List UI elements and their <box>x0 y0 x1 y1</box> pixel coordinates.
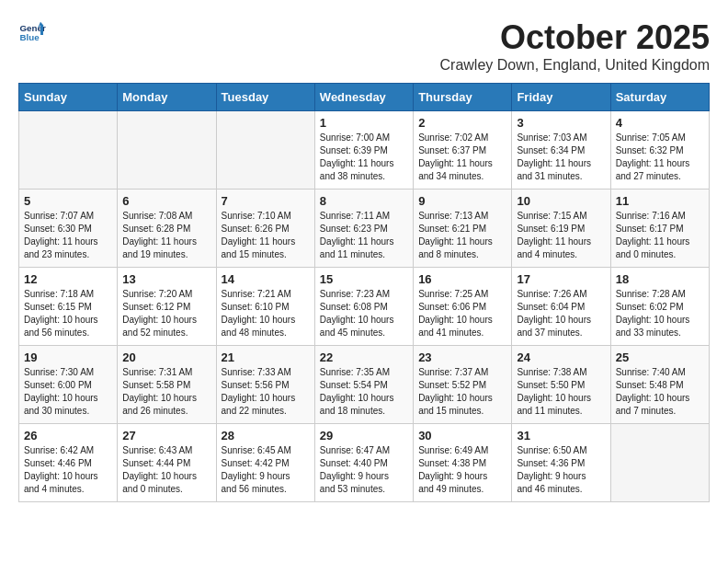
day-info: Sunrise: 7:21 AM Sunset: 6:10 PM Dayligh… <box>222 288 310 339</box>
calendar-week-row: 12Sunrise: 7:18 AM Sunset: 6:15 PM Dayli… <box>19 268 710 346</box>
day-number: 4 <box>616 116 704 130</box>
day-of-week-header: Tuesday <box>216 84 314 111</box>
calendar-cell: 1Sunrise: 7:00 AM Sunset: 6:39 PM Daylig… <box>314 111 413 190</box>
page-header: General Blue October 2025 Crawley Down, … <box>18 18 710 74</box>
day-of-week-header: Thursday <box>414 84 512 111</box>
day-of-week-header: Sunday <box>19 84 118 111</box>
day-number: 10 <box>517 194 605 208</box>
calendar-cell <box>216 111 314 190</box>
calendar-week-row: 1Sunrise: 7:00 AM Sunset: 6:39 PM Daylig… <box>19 111 710 190</box>
day-info: Sunrise: 7:23 AM Sunset: 6:08 PM Dayligh… <box>320 288 408 339</box>
calendar-cell <box>610 424 709 502</box>
calendar-cell: 29Sunrise: 6:47 AM Sunset: 4:40 PM Dayli… <box>314 424 413 502</box>
day-number: 5 <box>24 194 112 208</box>
calendar-cell <box>118 111 216 190</box>
calendar-cell: 11Sunrise: 7:16 AM Sunset: 6:17 PM Dayli… <box>610 190 709 268</box>
calendar-cell: 10Sunrise: 7:15 AM Sunset: 6:19 PM Dayli… <box>512 190 610 268</box>
day-info: Sunrise: 7:25 AM Sunset: 6:06 PM Dayligh… <box>418 288 506 339</box>
day-info: Sunrise: 7:37 AM Sunset: 5:52 PM Dayligh… <box>418 366 506 418</box>
day-number: 21 <box>222 350 310 364</box>
month-title: October 2025 <box>440 18 710 57</box>
calendar-cell: 26Sunrise: 6:42 AM Sunset: 4:46 PM Dayli… <box>19 424 118 502</box>
day-info: Sunrise: 7:10 AM Sunset: 6:26 PM Dayligh… <box>222 210 310 261</box>
day-info: Sunrise: 7:38 AM Sunset: 5:50 PM Dayligh… <box>517 366 605 418</box>
day-number: 22 <box>320 350 408 364</box>
day-number: 8 <box>320 194 408 208</box>
day-info: Sunrise: 7:26 AM Sunset: 6:04 PM Dayligh… <box>517 288 605 339</box>
day-info: Sunrise: 7:15 AM Sunset: 6:19 PM Dayligh… <box>517 210 605 261</box>
location-title: Crawley Down, England, United Kingdom <box>440 57 710 74</box>
day-info: Sunrise: 7:16 AM Sunset: 6:17 PM Dayligh… <box>616 210 704 261</box>
day-number: 14 <box>222 272 310 286</box>
day-of-week-header: Wednesday <box>314 84 413 111</box>
day-info: Sunrise: 7:28 AM Sunset: 6:02 PM Dayligh… <box>616 288 704 339</box>
calendar-cell: 22Sunrise: 7:35 AM Sunset: 5:54 PM Dayli… <box>314 346 413 424</box>
day-number: 1 <box>320 116 408 130</box>
day-info: Sunrise: 7:35 AM Sunset: 5:54 PM Dayligh… <box>320 366 408 418</box>
calendar: SundayMondayTuesdayWednesdayThursdayFrid… <box>18 83 710 502</box>
day-info: Sunrise: 7:02 AM Sunset: 6:37 PM Dayligh… <box>418 132 506 183</box>
day-info: Sunrise: 7:03 AM Sunset: 6:34 PM Dayligh… <box>517 132 605 183</box>
day-info: Sunrise: 6:47 AM Sunset: 4:40 PM Dayligh… <box>320 444 408 496</box>
day-number: 20 <box>122 350 210 364</box>
calendar-cell: 30Sunrise: 6:49 AM Sunset: 4:38 PM Dayli… <box>414 424 512 502</box>
calendar-cell: 21Sunrise: 7:33 AM Sunset: 5:56 PM Dayli… <box>216 346 314 424</box>
day-number: 30 <box>418 429 506 442</box>
day-info: Sunrise: 7:07 AM Sunset: 6:30 PM Dayligh… <box>24 210 112 261</box>
calendar-cell: 23Sunrise: 7:37 AM Sunset: 5:52 PM Dayli… <box>414 346 512 424</box>
day-number: 11 <box>616 194 704 208</box>
day-number: 27 <box>122 429 210 442</box>
calendar-cell: 3Sunrise: 7:03 AM Sunset: 6:34 PM Daylig… <box>512 111 610 190</box>
day-number: 2 <box>418 116 506 130</box>
day-info: Sunrise: 7:13 AM Sunset: 6:21 PM Dayligh… <box>418 210 506 261</box>
calendar-cell: 2Sunrise: 7:02 AM Sunset: 6:37 PM Daylig… <box>414 111 512 190</box>
svg-text:Blue: Blue <box>20 32 40 42</box>
calendar-week-row: 19Sunrise: 7:30 AM Sunset: 6:00 PM Dayli… <box>19 346 710 424</box>
day-info: Sunrise: 7:08 AM Sunset: 6:28 PM Dayligh… <box>122 210 210 261</box>
logo-icon: General Blue <box>18 18 46 46</box>
day-number: 26 <box>24 429 112 442</box>
day-info: Sunrise: 6:43 AM Sunset: 4:44 PM Dayligh… <box>122 444 210 496</box>
calendar-cell: 18Sunrise: 7:28 AM Sunset: 6:02 PM Dayli… <box>610 268 709 346</box>
calendar-cell: 12Sunrise: 7:18 AM Sunset: 6:15 PM Dayli… <box>19 268 118 346</box>
calendar-cell: 28Sunrise: 6:45 AM Sunset: 4:42 PM Dayli… <box>216 424 314 502</box>
day-info: Sunrise: 7:31 AM Sunset: 5:58 PM Dayligh… <box>122 366 210 418</box>
day-number: 29 <box>320 429 408 442</box>
calendar-cell: 5Sunrise: 7:07 AM Sunset: 6:30 PM Daylig… <box>19 190 118 268</box>
day-number: 3 <box>517 116 605 130</box>
day-info: Sunrise: 7:00 AM Sunset: 6:39 PM Dayligh… <box>320 132 408 183</box>
day-info: Sunrise: 6:49 AM Sunset: 4:38 PM Dayligh… <box>418 444 506 496</box>
title-block: October 2025 Crawley Down, England, Unit… <box>440 18 710 74</box>
day-of-week-header: Friday <box>512 84 610 111</box>
day-of-week-header: Saturday <box>610 84 709 111</box>
day-number: 13 <box>122 272 210 286</box>
calendar-cell: 7Sunrise: 7:10 AM Sunset: 6:26 PM Daylig… <box>216 190 314 268</box>
day-info: Sunrise: 7:11 AM Sunset: 6:23 PM Dayligh… <box>320 210 408 261</box>
day-of-week-header: Monday <box>118 84 216 111</box>
day-info: Sunrise: 7:20 AM Sunset: 6:12 PM Dayligh… <box>122 288 210 339</box>
day-number: 17 <box>517 272 605 286</box>
calendar-cell: 6Sunrise: 7:08 AM Sunset: 6:28 PM Daylig… <box>118 190 216 268</box>
day-info: Sunrise: 7:33 AM Sunset: 5:56 PM Dayligh… <box>222 366 310 418</box>
calendar-cell: 20Sunrise: 7:31 AM Sunset: 5:58 PM Dayli… <box>118 346 216 424</box>
calendar-cell: 9Sunrise: 7:13 AM Sunset: 6:21 PM Daylig… <box>414 190 512 268</box>
day-info: Sunrise: 6:42 AM Sunset: 4:46 PM Dayligh… <box>24 444 112 496</box>
calendar-week-row: 5Sunrise: 7:07 AM Sunset: 6:30 PM Daylig… <box>19 190 710 268</box>
day-info: Sunrise: 7:30 AM Sunset: 6:00 PM Dayligh… <box>24 366 112 418</box>
calendar-week-row: 26Sunrise: 6:42 AM Sunset: 4:46 PM Dayli… <box>19 424 710 502</box>
day-number: 31 <box>517 429 605 442</box>
day-number: 16 <box>418 272 506 286</box>
calendar-header-row: SundayMondayTuesdayWednesdayThursdayFrid… <box>19 84 710 111</box>
day-info: Sunrise: 7:05 AM Sunset: 6:32 PM Dayligh… <box>616 132 704 183</box>
calendar-cell: 27Sunrise: 6:43 AM Sunset: 4:44 PM Dayli… <box>118 424 216 502</box>
day-info: Sunrise: 6:50 AM Sunset: 4:36 PM Dayligh… <box>517 444 605 496</box>
calendar-cell: 4Sunrise: 7:05 AM Sunset: 6:32 PM Daylig… <box>610 111 709 190</box>
calendar-cell: 8Sunrise: 7:11 AM Sunset: 6:23 PM Daylig… <box>314 190 413 268</box>
calendar-cell <box>19 111 118 190</box>
calendar-cell: 17Sunrise: 7:26 AM Sunset: 6:04 PM Dayli… <box>512 268 610 346</box>
calendar-cell: 14Sunrise: 7:21 AM Sunset: 6:10 PM Dayli… <box>216 268 314 346</box>
calendar-cell: 13Sunrise: 7:20 AM Sunset: 6:12 PM Dayli… <box>118 268 216 346</box>
day-info: Sunrise: 7:40 AM Sunset: 5:48 PM Dayligh… <box>616 366 704 418</box>
day-number: 19 <box>24 350 112 364</box>
calendar-cell: 25Sunrise: 7:40 AM Sunset: 5:48 PM Dayli… <box>610 346 709 424</box>
